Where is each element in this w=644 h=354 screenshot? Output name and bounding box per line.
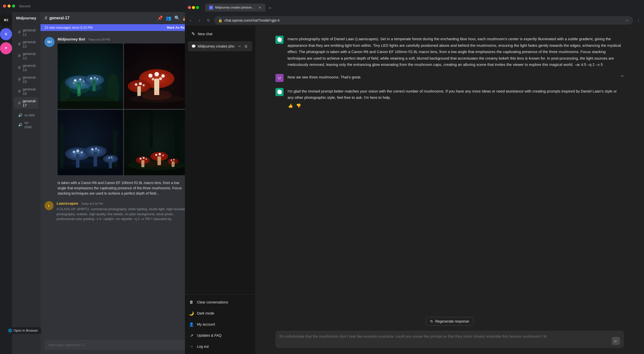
browser-minimize-control[interactable] [192,6,195,9]
regenerate-label: Regenerate response [435,319,469,323]
channel-general-14[interactable]: # general-14 [14,62,38,73]
conversation-item[interactable]: 💬 Midjourney creates pho ✏ 🗑 [188,41,252,51]
regenerate-response-button[interactable]: ↻ Regenerate response [426,317,473,326]
channel-name: general-13 [23,52,36,60]
members-icon[interactable]: 👥 [166,15,171,21]
svg-point-52 [81,151,83,153]
my-account-item[interactable]: 👤 My account [185,319,255,330]
bookmark-icon[interactable]: ☆ [626,18,629,22]
svg-point-81 [158,153,161,155]
svg-point-50 [73,151,75,153]
mushroom-image-3[interactable] [58,110,123,175]
svg-rect-19 [58,101,123,109]
svg-point-56 [91,148,94,151]
gpt-avatar-1 [275,36,284,44]
channel-hash-icon: # [18,89,21,94]
new-tab-button[interactable]: + [266,5,273,12]
mushroom-image-2[interactable] [124,43,185,109]
external-link-icon: 🌐 [8,329,12,332]
guild-list: MJ G P [0,12,12,354]
moon-icon: 🌙 [189,311,194,316]
channel-vc-bot[interactable]: 🔊 vc-bot [14,111,38,119]
channel-vc-chat[interactable]: 🔊 vc-chat [14,119,38,130]
address-bar[interactable]: 🔒 chat.openai.com/chat?model=gpt-4 ☆ [214,16,633,25]
svg-point-86 [171,159,172,161]
guild-icon-2[interactable]: G [0,28,12,40]
clear-conversations-item[interactable]: 🗑 Clear conversations [185,297,255,308]
svg-point-36 [135,83,137,86]
channel-general-13[interactable]: # general-13 [14,50,38,62]
refresh-button[interactable]: ↻ [205,17,212,24]
close-window-control[interactable] [3,5,6,8]
notification-bar[interactable]: 23 new messages since 6:10 PM Mark As Re… [41,24,185,31]
new-chat-button[interactable]: ✎ New chat [188,29,252,39]
maximize-window-control[interactable] [12,5,15,8]
guild-icon-3[interactable]: P [0,42,12,54]
browser-settings-button[interactable]: ⋮ [635,17,642,24]
thumbs-down-button[interactable]: 👎 [296,103,302,109]
message-content: Midjourney Bot Today at 6:30 PM [58,37,185,177]
gpt-message-text-1: macro photography style of Daniel Laan (… [288,36,624,68]
gpt-message-text-2: I'm glad the revised prompt better match… [288,88,624,101]
svg-point-42 [142,90,172,100]
minimize-window-control[interactable] [8,5,11,8]
guild-icon-midjourney[interactable]: MJ [0,14,12,26]
browser-close-control[interactable] [188,6,191,9]
send-message-button[interactable]: ▶ [612,337,620,345]
mushroom-image-1[interactable] [58,43,123,109]
edit-message-button[interactable]: ✏ [621,74,624,78]
svg-point-15 [94,77,96,78]
svg-point-87 [173,159,175,160]
forward-button[interactable]: › [196,17,203,24]
mushroom-image-4[interactable] [124,110,185,175]
svg-point-80 [155,154,157,156]
tab-close-button[interactable]: ✕ [258,6,261,10]
channel-vc-icon: 🔊 [18,113,22,117]
gpt-message-content-1: macro photography style of Daniel Laan (… [288,36,624,68]
new-chat-icon: ✎ [191,31,195,37]
svg-point-76 [145,158,147,160]
channel-general-15[interactable]: # general-15 [14,74,38,85]
edit-conversation-button[interactable]: ✏ [237,44,242,49]
browser-maximize-control[interactable] [196,6,199,9]
log-out-item[interactable]: → Log out [185,341,255,352]
svg-point-38 [143,84,145,86]
chatgpt-main: macro photography style of Daniel Laan (… [255,26,644,354]
channel-general-12[interactable]: # general-12 [14,38,38,50]
notification-text: 23 new messages since 6:10 PM [45,26,93,29]
channel-general-11[interactable]: # general-11 [14,26,38,38]
tab-title: Midjourney creates photoreali... [215,6,256,9]
delete-conversation-button[interactable]: 🗑 [243,44,249,49]
mark-as-read-button[interactable]: Mark As Read [167,26,185,29]
dark-mode-item[interactable]: 🌙 Dark mode [185,308,255,319]
updates-faq-label: Updates & FAQ [197,333,221,337]
discord-message-input[interactable]: Message #general-17 [45,340,185,350]
open-in-browser-button[interactable]: 🌐 Open in Browser [5,327,41,334]
channel-name: vc-bot [24,113,35,117]
message-text-content: is taken with a Canon R6 and Canon EF 10… [58,179,185,197]
channel-general-16[interactable]: # general-16 [14,85,38,97]
server-name[interactable]: Midjourney [12,12,41,24]
message-row: MJ Midjourney Bot Today at 6:30 PM [45,37,185,177]
active-tab[interactable]: M Midjourney creates photoreali... ✕ [205,4,265,12]
gpt-message-2: I'm glad the revised prompt better match… [275,88,624,109]
svg-point-7 [79,78,81,80]
address-text: chat.openai.com/chat?model=gpt-4 [224,18,279,22]
svg-rect-47 [58,169,123,175]
chatgpt-message-input[interactable] [279,334,610,345]
thumbs-up-button[interactable]: 👍 [288,103,294,109]
back-button[interactable]: ‹ [187,17,194,24]
laanscapes-author: Laanscapes [57,201,78,205]
search-icon[interactable]: 🔍 [174,15,180,21]
laanscapes-message-row: L Laanscapes Today at 6:32 PM A CLASS OF… [45,201,185,223]
svg-point-14 [90,77,92,79]
message-body-text: is taken with a Canon R6 and Canon EF 10… [58,180,185,196]
svg-point-28 [148,74,152,78]
browser-window-controls [188,6,199,9]
inbox-icon[interactable]: 📥 [183,15,185,21]
channels-sidebar: Midjourney # general-11 # general-12 # g… [12,12,41,354]
channel-general-17[interactable]: # general-17 [14,97,38,109]
user-avatar: MJ [45,37,55,47]
pin-icon[interactable]: 📌 [157,15,163,21]
updates-faq-item[interactable]: ↗ Updates & FAQ [185,330,255,341]
